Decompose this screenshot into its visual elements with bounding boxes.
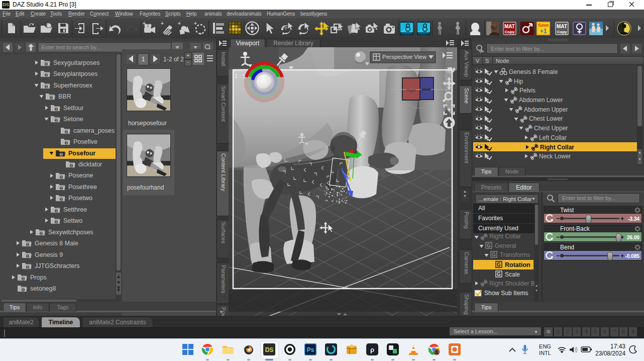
- svg-text:G: G: [492, 252, 496, 257]
- svg-text:S: S: [60, 175, 63, 179]
- svg-text:Save: Save: [538, 23, 549, 28]
- svg-text:Right: Right: [406, 88, 416, 93]
- svg-text:S: S: [22, 277, 25, 281]
- svg-text:S: S: [45, 62, 48, 66]
- svg-text:MAT: MAT: [557, 24, 567, 29]
- svg-text:G: G: [497, 262, 501, 267]
- svg-text:S: S: [60, 198, 63, 201]
- svg-text:S: S: [60, 153, 63, 156]
- svg-text:+1: +1: [540, 28, 547, 35]
- svg-text:G: G: [497, 272, 501, 277]
- svg-text:S: S: [27, 243, 29, 246]
- svg-text:S: S: [45, 85, 48, 88]
- svg-text:S: S: [27, 254, 29, 258]
- svg-text:S: S: [55, 220, 58, 224]
- svg-text:S: S: [27, 265, 29, 269]
- svg-text:S: S: [55, 209, 58, 213]
- svg-text:Copy: Copy: [505, 30, 515, 34]
- svg-text:S: S: [65, 141, 68, 145]
- svg-text:Perspective View: Perspective View: [382, 54, 427, 60]
- svg-text:DS: DS: [265, 346, 274, 353]
- svg-text:S: S: [50, 96, 53, 100]
- svg-text:Ps: Ps: [307, 346, 314, 353]
- svg-text:+: +: [178, 21, 181, 26]
- svg-text:+: +: [161, 21, 164, 26]
- svg-text:S: S: [55, 119, 58, 122]
- svg-text:S: S: [60, 187, 63, 190]
- svg-text:S: S: [22, 288, 25, 292]
- svg-text:S: S: [40, 232, 43, 235]
- svg-text:Copy: Copy: [557, 30, 568, 34]
- svg-text:S: S: [45, 73, 48, 77]
- svg-text:ρ: ρ: [370, 346, 374, 353]
- svg-text:S: S: [55, 108, 58, 111]
- svg-text:S: S: [65, 130, 68, 134]
- svg-text:+: +: [194, 21, 197, 26]
- svg-text:G: G: [487, 243, 491, 248]
- svg-text:1 : 1: 1 : 1: [235, 73, 245, 79]
- svg-text:S: S: [70, 164, 73, 167]
- svg-text:MAT: MAT: [504, 24, 515, 29]
